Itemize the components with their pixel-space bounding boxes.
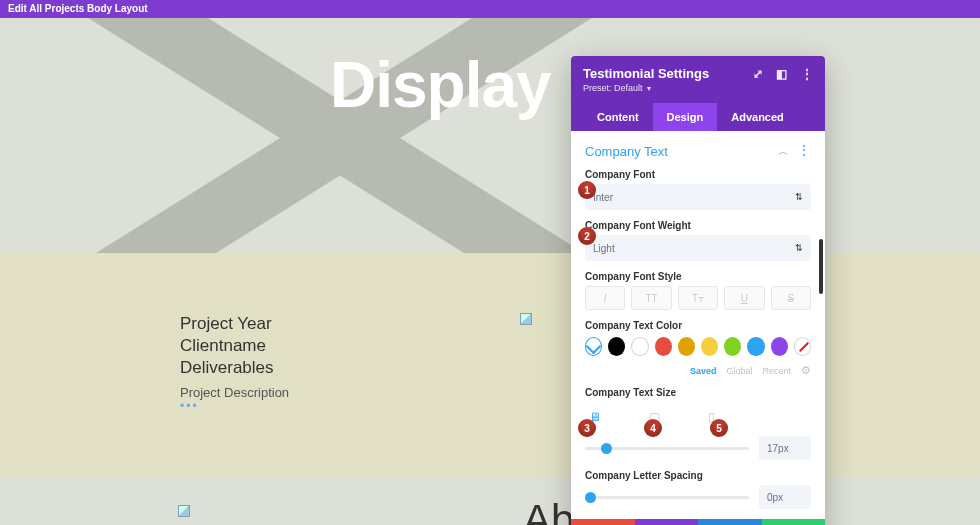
- scrollbar[interactable]: [819, 239, 823, 379]
- chevron-up-icon[interactable]: ︿: [778, 145, 789, 157]
- weight-value: Light: [593, 243, 615, 254]
- expand-icon[interactable]: ⤢: [753, 67, 763, 81]
- panel-title: Testimonial Settings: [583, 66, 709, 81]
- redo-button[interactable]: ↷: [698, 519, 762, 525]
- project-deliverables: Deliverables: [180, 357, 289, 379]
- font-label: Company Font: [585, 169, 811, 180]
- color-swatch[interactable]: [608, 337, 625, 356]
- size-slider-row: 17px: [585, 436, 811, 460]
- global-tab[interactable]: Global: [726, 366, 752, 376]
- weight-label: Company Font Weight: [585, 220, 811, 231]
- color-source-tabs: Saved Global Recent ⚙: [585, 364, 811, 377]
- close-button[interactable]: ✕: [571, 519, 635, 525]
- spacing-slider-row: 0px: [585, 485, 811, 509]
- panel-header: Testimonial Settings ⤢ ◧ ⋮ Preset: Defau…: [571, 56, 825, 131]
- eyedropper-icon: [586, 339, 602, 355]
- color-swatch[interactable]: [701, 337, 718, 356]
- font-select[interactable]: Inter ⇅: [585, 184, 811, 210]
- size-slider[interactable]: [585, 447, 749, 450]
- color-swatch[interactable]: [678, 337, 695, 356]
- tab-content[interactable]: Content: [583, 103, 653, 131]
- font-style-row: I TT Tᴛ U S: [585, 286, 811, 310]
- italic-button[interactable]: I: [585, 286, 625, 310]
- annotation-marker-1: 1: [578, 181, 596, 199]
- preset-selector[interactable]: Preset: Default ▾: [583, 83, 813, 93]
- strikethrough-button[interactable]: S: [771, 286, 811, 310]
- panel-tabs: Content Design Advanced: [583, 103, 813, 131]
- color-row: [585, 337, 811, 356]
- project-client: Clientname: [180, 335, 289, 357]
- select-arrows-icon: ⇅: [795, 192, 803, 202]
- content-band: [0, 253, 980, 478]
- section-header[interactable]: Company Text ︿ ⋮: [585, 143, 811, 159]
- underline-button[interactable]: U: [724, 286, 764, 310]
- color-swatch[interactable]: [747, 337, 764, 356]
- font-value: Inter: [593, 192, 613, 203]
- project-description: Project Description: [180, 385, 289, 400]
- spacing-label: Company Letter Spacing: [585, 470, 811, 481]
- weight-select[interactable]: Light ⇅: [585, 235, 811, 261]
- color-swatch[interactable]: [724, 337, 741, 356]
- uppercase-button[interactable]: TT: [631, 286, 671, 310]
- color-picker-button[interactable]: [585, 337, 602, 356]
- page-canvas: Display H Project Year Clientname Delive…: [0, 18, 980, 525]
- preset-value: Default: [614, 83, 643, 93]
- annotation-marker-4: 4: [644, 419, 662, 437]
- panel-body: Company Text ︿ ⋮ Company Font Inter ⇅ Co…: [571, 131, 825, 519]
- color-swatch[interactable]: [771, 337, 788, 356]
- color-label: Company Text Color: [585, 320, 811, 331]
- spacing-slider[interactable]: [585, 496, 749, 499]
- select-arrows-icon: ⇅: [795, 243, 803, 253]
- save-button[interactable]: ✓: [762, 519, 826, 525]
- size-label: Company Text Size: [585, 387, 811, 398]
- saved-tab[interactable]: Saved: [690, 366, 717, 376]
- broken-image-icon: [520, 313, 532, 325]
- chevron-down-icon: ▾: [647, 84, 651, 93]
- undo-button[interactable]: ↶: [635, 519, 699, 525]
- module-handle-icon[interactable]: •••: [180, 399, 199, 413]
- device-row: 🖥 ▢ ▯: [585, 402, 811, 428]
- project-year: Project Year: [180, 313, 289, 335]
- tab-design[interactable]: Design: [653, 103, 718, 131]
- project-block: Project Year Clientname Deliverables Pro…: [180, 313, 289, 400]
- size-value[interactable]: 17px: [759, 436, 811, 460]
- spacing-value[interactable]: 0px: [759, 485, 811, 509]
- color-swatch[interactable]: [631, 337, 648, 356]
- lower-band: [0, 478, 980, 525]
- annotation-marker-3: 3: [578, 419, 596, 437]
- preset-label: Preset:: [583, 83, 612, 93]
- panel-footer: ✕ ↶ ↷ ✓: [571, 519, 825, 525]
- section-title: Company Text: [585, 144, 668, 159]
- annotation-marker-2: 2: [578, 227, 596, 245]
- color-none[interactable]: [794, 337, 811, 356]
- snap-icon[interactable]: ◧: [776, 67, 787, 81]
- more-icon[interactable]: ⋮: [801, 67, 813, 81]
- smallcaps-button[interactable]: Tᴛ: [678, 286, 718, 310]
- annotation-marker-5: 5: [710, 419, 728, 437]
- tab-advanced[interactable]: Advanced: [717, 103, 798, 131]
- style-label: Company Font Style: [585, 271, 811, 282]
- broken-image-icon: [178, 505, 190, 517]
- section-more-icon[interactable]: ⋮: [797, 142, 811, 158]
- settings-panel: Testimonial Settings ⤢ ◧ ⋮ Preset: Defau…: [571, 56, 825, 525]
- gear-icon[interactable]: ⚙: [801, 364, 811, 377]
- hero-band: Display H: [0, 18, 980, 253]
- color-swatch[interactable]: [655, 337, 672, 356]
- recent-tab[interactable]: Recent: [762, 366, 791, 376]
- top-bar: Edit All Projects Body Layout: [0, 0, 980, 18]
